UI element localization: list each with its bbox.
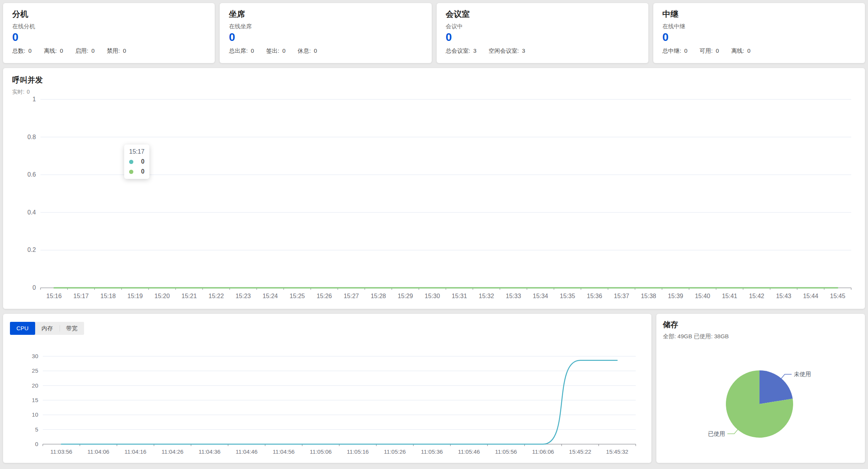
agent-card: 坐席 在线坐席 0 总出席:0 签出:0 休息:0 [220,3,431,63]
storage-used-label: 已使用: [694,333,713,339]
storage-summary: 全部: 49GB 已使用: 38GB [663,333,858,340]
agent-stats: 总出席:0 签出:0 休息:0 [229,47,422,55]
call-concurrency-title: 呼叫并发 [12,75,856,85]
svg-text:15:22: 15:22 [209,293,224,299]
svg-text:30: 30 [32,353,38,359]
resource-tabs: CPU 内存 带宽 [10,322,84,335]
svg-text:20: 20 [32,382,38,389]
stat-label: 离线: [731,47,744,55]
svg-text:5: 5 [35,426,38,433]
stat-value: 0 [60,47,63,55]
tooltip-value: 0 [141,158,144,165]
stat-item: 总中继:0 [662,47,688,55]
trunk-card-title: 中继 [662,9,856,19]
storage-card: 储存 全部: 49GB 已使用: 38GB 未使用已使用 [656,314,865,463]
stat-value: 3 [522,47,525,55]
svg-text:11:05:06: 11:05:06 [310,448,332,455]
series-dot-icon [129,170,133,174]
stat-value: 0 [251,47,254,55]
stat-label: 总数: [12,47,25,55]
svg-text:15:39: 15:39 [668,293,683,299]
tooltip-rows: 00 [129,158,144,175]
storage-total-value: 49GB [677,333,692,339]
svg-text:11:05:36: 11:05:36 [421,448,443,455]
stat-label: 总会议室: [446,47,470,55]
svg-text:15:20: 15:20 [154,293,170,299]
svg-text:15:16: 15:16 [46,293,62,299]
stat-item: 离线:0 [44,47,63,55]
svg-text:15:29: 15:29 [398,293,413,299]
stat-label: 休息: [298,47,311,55]
svg-text:15:27: 15:27 [343,293,359,299]
cpu-chart[interactable]: 05101520253011:03:5611:04:0611:04:1611:0… [5,341,647,468]
agent-online-count: 0 [229,31,422,44]
svg-text:15:44: 15:44 [803,293,818,299]
dashboard-page: 分机 在线分机 0 总数:0 离线:0 启用:0 禁用:0 坐席 在线坐席 0 … [0,0,868,469]
stat-label: 离线: [44,47,57,55]
svg-text:0.2: 0.2 [28,247,36,253]
stat-cards-row: 分机 在线分机 0 总数:0 离线:0 启用:0 禁用:0 坐席 在线坐席 0 … [3,3,865,63]
svg-text:15:23: 15:23 [235,293,251,299]
stat-value: 0 [28,47,31,55]
stat-value: 0 [91,47,94,55]
svg-text:15:34: 15:34 [533,293,548,299]
svg-text:未使用: 未使用 [794,371,811,377]
svg-text:15:35: 15:35 [560,293,575,299]
trunk-stats: 总中继:0 可用:0 离线:0 [662,47,856,55]
svg-text:10: 10 [32,411,38,418]
svg-text:11:03:56: 11:03:56 [50,448,72,455]
stat-label: 禁用: [107,47,120,55]
stat-value: 0 [314,47,317,55]
stat-value: 0 [716,47,719,55]
stat-label: 签出: [266,47,279,55]
conference-card-subtitle: 会议中 [446,23,639,30]
svg-text:11:05:26: 11:05:26 [384,448,406,455]
svg-text:已使用: 已使用 [708,430,725,437]
storage-used-value: 38GB [714,333,729,339]
svg-text:11:04:26: 11:04:26 [162,448,183,455]
storage-pie-chart[interactable]: 未使用已使用 [656,348,865,464]
stat-value: 0 [747,47,750,55]
svg-text:15:31: 15:31 [452,293,467,299]
extension-online-count: 0 [12,31,206,44]
svg-text:11:04:16: 11:04:16 [125,448,146,455]
tab-memory[interactable]: 内存 [35,322,60,335]
svg-text:15:45: 15:45 [830,293,845,299]
svg-text:11:05:46: 11:05:46 [458,448,480,455]
svg-text:11:05:56: 11:05:56 [495,448,517,455]
tab-bandwidth[interactable]: 带宽 [60,322,84,335]
svg-text:11:04:06: 11:04:06 [87,448,109,455]
stat-item: 启用:0 [75,47,95,55]
tooltip-value: 0 [141,168,144,175]
svg-text:15:26: 15:26 [317,293,332,299]
extension-card: 分机 在线分机 0 总数:0 离线:0 启用:0 禁用:0 [3,3,215,63]
tab-cpu[interactable]: CPU [10,322,35,335]
svg-text:15:42: 15:42 [749,293,764,299]
svg-text:0: 0 [32,284,36,291]
svg-text:0.4: 0.4 [28,209,36,216]
conference-card-title: 会议室 [446,9,639,19]
svg-text:15:37: 15:37 [614,293,629,299]
stat-item: 可用:0 [700,47,719,55]
svg-text:0: 0 [35,441,38,447]
conference-active-count: 0 [446,31,639,44]
storage-title: 储存 [663,320,858,329]
tooltip-row: 0 [129,168,144,175]
svg-text:15:30: 15:30 [425,293,440,299]
svg-text:15:19: 15:19 [128,293,143,299]
extension-stats: 总数:0 离线:0 启用:0 禁用:0 [12,47,206,55]
stat-label: 总出席: [229,47,248,55]
svg-text:15:24: 15:24 [262,293,278,299]
concurrency-chart[interactable]: 00.20.40.60.8115:1615:1715:1815:1915:201… [8,94,863,303]
svg-text:15:40: 15:40 [695,293,710,299]
svg-text:11:04:46: 11:04:46 [236,448,257,455]
svg-text:11:04:36: 11:04:36 [199,448,220,455]
svg-text:11:05:16: 11:05:16 [347,448,369,455]
stat-value: 0 [282,47,285,55]
system-resource-card: CPU 内存 带宽 05101520253011:03:5611:04:0611… [3,314,651,463]
svg-text:15:28: 15:28 [371,293,386,299]
agent-card-title: 坐席 [229,9,422,19]
svg-text:11:06:06: 11:06:06 [532,448,554,455]
stat-item: 总数:0 [12,47,32,55]
tooltip-time: 15:17 [129,148,144,155]
